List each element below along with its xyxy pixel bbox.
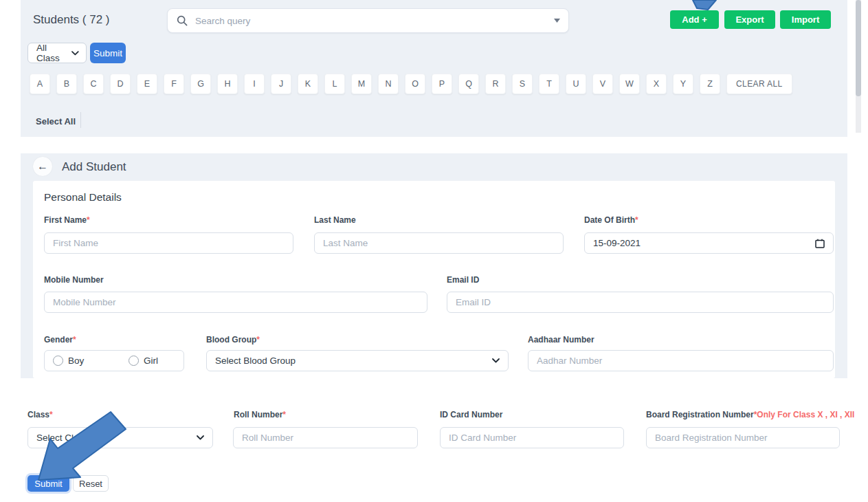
gender-option-girl[interactable]: Girl [129, 356, 158, 366]
required-mark: * [635, 215, 638, 225]
alphabet-button-h[interactable]: H [217, 74, 238, 94]
export-button[interactable]: Export [724, 10, 775, 29]
board-reg-label: Board Registration Number*Only For Class… [646, 410, 854, 419]
alphabet-button-w[interactable]: W [619, 74, 640, 94]
select-all-divider [80, 112, 81, 128]
mobile-input[interactable] [44, 292, 427, 313]
email-label: Email ID [447, 275, 479, 285]
last-name-input[interactable] [314, 232, 564, 254]
caret-down-icon[interactable] [554, 19, 560, 23]
last-name-label: Last Name [314, 215, 356, 225]
id-card-input[interactable] [440, 427, 624, 448]
alphabet-button-q[interactable]: Q [458, 74, 479, 94]
alphabet-button-c[interactable]: C [83, 74, 104, 94]
label-text: ID Card Number [440, 410, 502, 419]
class-filter-submit-button[interactable]: Submit [90, 43, 126, 63]
alphabet-button-g[interactable]: G [190, 74, 211, 94]
add-student-title: Add Student [62, 160, 126, 174]
label-text: Email ID [447, 275, 479, 285]
label-text: Blood Group [206, 335, 256, 345]
label-text: Last Name [314, 215, 356, 225]
students-count-title: Students ( 72 ) [33, 13, 110, 27]
alphabet-button-r[interactable]: R [485, 74, 506, 94]
required-mark: * [282, 410, 286, 419]
back-button[interactable]: ← [33, 157, 52, 176]
clear-all-button[interactable]: CLEAR ALL [726, 74, 792, 94]
alphabet-button-k[interactable]: K [298, 74, 318, 94]
alphabet-button-t[interactable]: T [539, 74, 559, 94]
alphabet-button-a[interactable]: A [30, 74, 50, 94]
class-filter-value: All Class [36, 43, 71, 63]
required-mark: * [87, 215, 90, 225]
alphabet-button-d[interactable]: D [110, 74, 131, 94]
calendar-icon[interactable] [815, 239, 825, 248]
alphabet-button-n[interactable]: N [378, 74, 399, 94]
gender-option-boy[interactable]: Boy [53, 356, 129, 366]
scrollbar-thumb[interactable] [856, 0, 861, 96]
search-input[interactable] [194, 15, 548, 27]
search-icon [177, 15, 188, 26]
students-list-panel: Students ( 72 ) Add + Export Import All … [21, 0, 847, 137]
first-name-label: First Name* [44, 215, 90, 225]
label-text: Date Of Birth [584, 215, 635, 225]
first-name-input[interactable] [44, 232, 293, 254]
alphabet-button-p[interactable]: P [432, 74, 452, 94]
alphabet-button-j[interactable]: J [271, 74, 291, 94]
radio-icon[interactable] [53, 356, 63, 366]
alphabet-button-z[interactable]: Z [700, 74, 720, 94]
blood-group-select[interactable]: Select Blood Group [206, 350, 509, 371]
alphabet-button-v[interactable]: V [592, 74, 613, 94]
alphabet-button-f[interactable]: F [164, 74, 184, 94]
board-reg-input[interactable] [646, 427, 840, 448]
alphabet-button-u[interactable]: U [566, 74, 586, 94]
roll-number-input[interactable] [233, 427, 418, 448]
alphabet-button-y[interactable]: Y [673, 74, 693, 94]
scrollbar-track[interactable] [856, 0, 861, 133]
add-button[interactable]: Add + [670, 10, 719, 29]
email-input[interactable] [447, 292, 834, 313]
class-select-value: Select Class [36, 433, 88, 443]
label-text: First Name [44, 215, 87, 225]
form-submit-button[interactable]: Submit [27, 475, 69, 492]
dob-value: 15-09-2021 [593, 238, 641, 248]
alphabet-filter: ABCDEFGHIJKLMNOPQRSTUVWXYZCLEAR ALL [30, 74, 792, 94]
aadhaar-label: Aadhaar Number [528, 335, 594, 345]
search-bar[interactable] [167, 8, 569, 33]
import-button[interactable]: Import [780, 10, 831, 29]
class-label: Class* [27, 410, 53, 419]
alphabet-button-s[interactable]: S [512, 74, 533, 94]
gender-radio-group: Boy Girl [44, 350, 184, 371]
blood-group-value: Select Blood Group [215, 356, 296, 366]
radio-label: Boy [68, 356, 84, 366]
alphabet-button-o[interactable]: O [405, 74, 425, 94]
label-text: Class [27, 410, 49, 419]
back-arrow-icon: ← [37, 160, 48, 173]
alphabet-button-e[interactable]: E [137, 74, 157, 94]
chevron-down-icon [197, 435, 204, 440]
alphabet-button-m[interactable]: M [351, 74, 372, 94]
dob-input[interactable]: 15-09-2021 [584, 232, 834, 254]
label-text: Aadhaar Number [528, 335, 594, 345]
alphabet-button-x[interactable]: X [646, 74, 667, 94]
chevron-down-icon [71, 51, 79, 56]
form-reset-button[interactable]: Reset [73, 475, 109, 492]
id-card-label: ID Card Number [440, 410, 502, 419]
personal-details-card [33, 181, 835, 378]
alphabet-button-l[interactable]: L [324, 74, 345, 94]
label-text: Board Registration Number [646, 410, 754, 419]
aadhaar-input[interactable] [528, 350, 834, 371]
radio-icon[interactable] [129, 356, 139, 366]
radio-label: Girl [144, 356, 158, 366]
alphabet-button-i[interactable]: I [244, 74, 265, 94]
mobile-label: Mobile Number [44, 275, 104, 285]
dob-label: Date Of Birth* [584, 215, 638, 225]
select-all-label[interactable]: Select All [36, 116, 76, 127]
label-text: Mobile Number [44, 275, 104, 285]
blood-group-label: Blood Group* [206, 335, 260, 345]
personal-details-heading: Personal Details [44, 191, 122, 204]
label-text: Gender [44, 335, 73, 345]
class-select[interactable]: Select Class [27, 427, 213, 448]
board-reg-note: *Only For Class X , XI , XII [754, 410, 855, 419]
class-filter-select[interactable]: All Class [27, 43, 87, 63]
alphabet-button-b[interactable]: B [56, 74, 77, 94]
